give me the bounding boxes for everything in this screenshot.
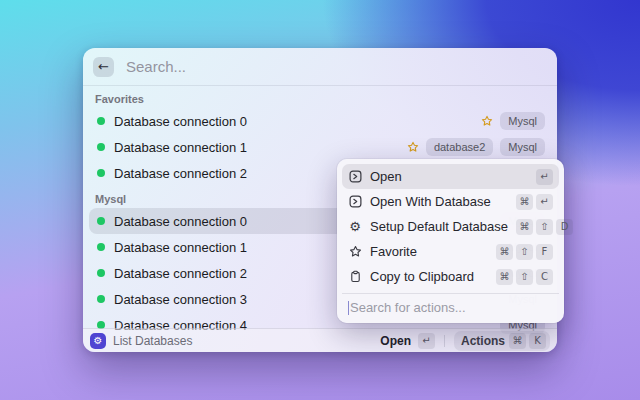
key--: ↵ — [418, 333, 435, 349]
open-icon — [348, 170, 362, 184]
status-dot-icon — [97, 169, 105, 177]
menu-item-shortcut: ⌘⇧F — [496, 244, 553, 260]
menu-item-open-with-database[interactable]: Open With Database⌘↵ — [342, 189, 559, 214]
favorite-star-icon — [481, 115, 493, 127]
extension-gear-icon: ⚙ — [90, 333, 106, 349]
key--: ⌘ — [516, 194, 533, 210]
key-d: D — [556, 219, 573, 235]
key--: ⇧ — [516, 269, 533, 285]
action-menu-search-row — [342, 293, 559, 318]
status-dot-icon — [97, 217, 105, 225]
menu-item-favorite[interactable]: Favorite⌘⇧F — [342, 239, 559, 264]
connection-title: Database connection 0 — [114, 114, 472, 129]
text-cursor — [348, 301, 349, 315]
search-header: ← — [83, 48, 557, 86]
action-menu-items: Open↵Open With Database⌘↵⚙Setup Default … — [342, 164, 559, 289]
status-dot-icon — [97, 243, 105, 251]
menu-item-shortcut: ↵ — [536, 169, 553, 185]
key--: ⌘ — [516, 219, 533, 235]
search-input[interactable] — [124, 57, 547, 76]
launcher-window: ← FavoritesDatabase connection 0MysqlDat… — [83, 48, 557, 352]
menu-item-label: Open With Database — [370, 194, 508, 209]
menu-item-label: Open — [370, 169, 528, 184]
desktop-background: ← FavoritesDatabase connection 0MysqlDat… — [0, 0, 640, 400]
action-menu: Open↵Open With Database⌘↵⚙Setup Default … — [337, 159, 564, 323]
key--: ⌘ — [509, 333, 526, 349]
tag-mysql: Mysql — [500, 112, 545, 130]
key-f: F — [536, 244, 553, 260]
status-bar: ⚙ List Databases Open ↵ Actions ⌘K — [83, 328, 557, 352]
menu-item-label: Setup Default Database — [370, 219, 508, 234]
action-search-input[interactable] — [350, 300, 553, 315]
actions-button[interactable]: Actions ⌘K — [454, 331, 550, 351]
key--: ⌘ — [496, 269, 513, 285]
statusbar-divider — [444, 335, 445, 347]
menu-item-open[interactable]: Open↵ — [342, 164, 559, 189]
key--: ↵ — [536, 169, 553, 185]
primary-action-label: Open — [380, 334, 411, 348]
menu-item-shortcut: ⌘⇧D — [516, 219, 573, 235]
tag-database2: database2 — [426, 138, 493, 156]
menu-item-shortcut: ⌘⇧C — [496, 269, 553, 285]
menu-item-label: Favorite — [370, 244, 488, 259]
tag-mysql: Mysql — [500, 138, 545, 156]
back-button[interactable]: ← — [93, 57, 114, 77]
status-dot-icon — [97, 269, 105, 277]
list-item[interactable]: Database connection 0Mysql — [89, 108, 551, 134]
favorite-star-icon — [407, 141, 419, 153]
key-k: K — [529, 333, 546, 349]
section-header-favorites: Favorites — [89, 86, 551, 108]
key--: ⇧ — [516, 244, 533, 260]
list-item[interactable]: Database connection 1database2Mysql — [89, 134, 551, 160]
extension-name: List Databases — [113, 334, 373, 348]
row-accessories: database2Mysql — [407, 138, 545, 156]
connection-title: Database connection 1 — [114, 140, 398, 155]
menu-item-label: Copy to Clipboard — [370, 269, 488, 284]
primary-action-keys: ↵ — [418, 333, 435, 349]
status-dot-icon — [97, 295, 105, 303]
actions-keys: ⌘K — [509, 333, 546, 349]
menu-item-copy-to-clipboard[interactable]: Copy to Clipboard⌘⇧C — [342, 264, 559, 289]
key--: ⌘ — [496, 244, 513, 260]
back-arrow-icon: ← — [98, 57, 109, 77]
menu-item-setup-default-database[interactable]: ⚙Setup Default Database⌘⇧D — [342, 214, 559, 239]
status-dot-icon — [97, 143, 105, 151]
status-dot-icon — [97, 117, 105, 125]
star-icon — [348, 245, 362, 259]
key--: ⇧ — [536, 219, 553, 235]
key--: ↵ — [536, 194, 553, 210]
actions-label: Actions — [461, 334, 505, 348]
menu-item-shortcut: ⌘↵ — [516, 194, 553, 210]
gear-icon: ⚙ — [348, 220, 362, 234]
row-accessories: Mysql — [481, 112, 545, 130]
clipboard-icon — [348, 270, 362, 284]
open-icon — [348, 195, 362, 209]
key-c: C — [536, 269, 553, 285]
